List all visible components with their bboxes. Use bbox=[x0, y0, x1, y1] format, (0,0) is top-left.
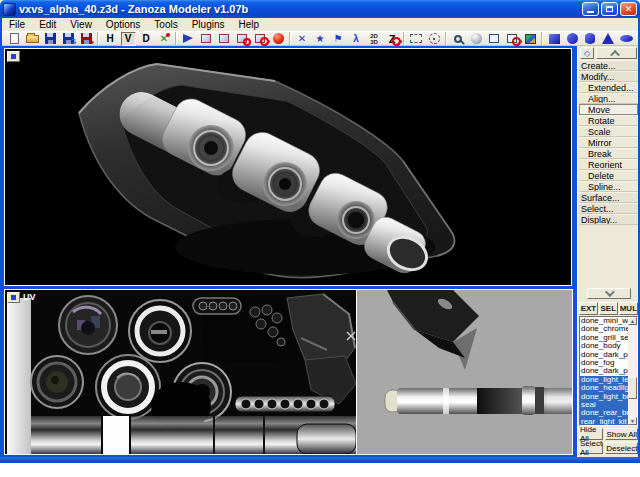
minimize-button[interactable] bbox=[582, 2, 599, 16]
command-rotate[interactable]: Rotate bbox=[579, 115, 638, 126]
command-align[interactable]: Align... bbox=[579, 93, 638, 104]
primitive-cone-icon[interactable] bbox=[599, 31, 617, 46]
maximize-icon bbox=[606, 6, 613, 12]
list-scrollbar[interactable]: ▲ ▼ bbox=[628, 317, 637, 425]
select-faces-icon[interactable]: ⚑ bbox=[329, 31, 347, 46]
select-edges-icon[interactable]: ★ bbox=[311, 31, 329, 46]
command-surface[interactable]: Surface... bbox=[579, 192, 638, 203]
cube-disabled-icon[interactable] bbox=[251, 31, 269, 46]
menu-options[interactable]: Options bbox=[99, 18, 147, 31]
primitive-cylinder-icon[interactable] bbox=[581, 31, 599, 46]
part-render-3d bbox=[357, 290, 572, 454]
mode-2d3d-icon[interactable]: 2D 3D bbox=[365, 31, 383, 46]
menu-view[interactable]: View bbox=[63, 18, 99, 31]
uv-viewport-menu-button[interactable] bbox=[7, 292, 20, 303]
command-delete[interactable]: Delete bbox=[579, 170, 638, 181]
gray-3d-viewport[interactable] bbox=[357, 289, 573, 455]
command-display[interactable]: Display... bbox=[579, 214, 638, 225]
window-title: vxvs_alpha_40.z3d - Zanoza Modeler v1.07… bbox=[19, 3, 582, 15]
command-move[interactable]: Move bbox=[579, 104, 638, 115]
command-select[interactable]: Select... bbox=[579, 203, 638, 214]
command-extended[interactable]: Extended... bbox=[579, 82, 638, 93]
title-bar[interactable]: vxvs_alpha_40.z3d - Zanoza Modeler v1.07… bbox=[0, 0, 640, 18]
open-folder-icon[interactable] bbox=[23, 31, 41, 46]
collapse-down-button[interactable] bbox=[587, 288, 631, 299]
world-axes-cube-icon[interactable] bbox=[215, 31, 233, 46]
menu-file[interactable]: File bbox=[2, 18, 32, 31]
command-create[interactable]: Create... bbox=[579, 60, 638, 71]
command-modify[interactable]: Modify... bbox=[579, 71, 638, 82]
panel-mode-button[interactable]: ◇ bbox=[580, 47, 594, 59]
uv-viewport-menu-icon bbox=[11, 295, 16, 300]
toolbar-separator bbox=[289, 32, 291, 45]
close-icon: ✕ bbox=[625, 5, 633, 14]
viewport-menu-icon bbox=[11, 54, 16, 59]
export-file-icon[interactable]: ↳ bbox=[77, 31, 95, 46]
shaded-sphere-icon[interactable] bbox=[467, 31, 485, 46]
ext-filter-button[interactable]: EXT bbox=[579, 302, 598, 315]
panel-gap bbox=[579, 225, 638, 287]
toolbar-v-button[interactable]: V bbox=[119, 31, 137, 46]
mul-filter-button[interactable]: MUL bbox=[619, 302, 638, 315]
command-mirror[interactable]: Mirror bbox=[579, 137, 638, 148]
toolbar-separator bbox=[403, 32, 405, 45]
viewport-area: UV bbox=[2, 46, 577, 457]
show-all-button[interactable]: Show All bbox=[605, 428, 638, 440]
primitive-box-icon[interactable] bbox=[545, 31, 563, 46]
command-reorient[interactable]: Reorient bbox=[579, 159, 638, 170]
primitive-sphere-icon[interactable] bbox=[563, 31, 581, 46]
scroll-down-icon[interactable]: ▼ bbox=[628, 417, 637, 425]
toolbar-separator bbox=[175, 32, 177, 45]
maximize-button[interactable] bbox=[601, 2, 618, 16]
uv-mapper-viewport[interactable]: UV bbox=[4, 289, 357, 455]
uv-viewport-label: UV bbox=[23, 292, 36, 302]
window-border-bottom bbox=[0, 457, 640, 463]
app-icon bbox=[3, 3, 16, 16]
chevron-up-icon bbox=[610, 49, 620, 59]
toolbar-separator bbox=[97, 32, 99, 45]
no-texture-cube-icon[interactable] bbox=[503, 31, 521, 46]
uv-texture-render bbox=[5, 290, 356, 454]
perspective-viewport[interactable] bbox=[4, 48, 572, 286]
zoom-icon[interactable] bbox=[449, 31, 467, 46]
select-vertices-icon[interactable]: ✕ bbox=[293, 31, 311, 46]
wireframe-cube-icon[interactable] bbox=[485, 31, 503, 46]
axes-gizmo-icon[interactable]: ✕ bbox=[155, 31, 173, 46]
diamond-icon: ◇ bbox=[584, 49, 590, 58]
scrollbar-thumb[interactable] bbox=[628, 377, 637, 399]
menu-help[interactable]: Help bbox=[232, 18, 267, 31]
sel-filter-button[interactable]: SEL bbox=[599, 302, 618, 315]
flag-select-icon[interactable] bbox=[179, 31, 197, 46]
toolbar-separator bbox=[541, 32, 543, 45]
new-document-icon[interactable] bbox=[5, 31, 23, 46]
toolbar-h-button[interactable]: H bbox=[101, 31, 119, 46]
close-button[interactable]: ✕ bbox=[620, 2, 637, 16]
textured-cube-icon[interactable] bbox=[521, 31, 539, 46]
menu-bar: File Edit View Options Tools Plugins Hel… bbox=[2, 18, 638, 31]
menu-edit[interactable]: Edit bbox=[32, 18, 63, 31]
cube-ring-icon[interactable] bbox=[233, 31, 251, 46]
menu-tools[interactable]: Tools bbox=[147, 18, 184, 31]
marquee-select-icon[interactable] bbox=[407, 31, 425, 46]
radial-select-icon[interactable] bbox=[425, 31, 443, 46]
command-spline[interactable]: Spline... bbox=[579, 181, 638, 192]
import-file-icon[interactable]: ↴ bbox=[59, 31, 77, 46]
main-toolbar: ↴ ↳ H V D ✕ ✕ ★ ⚑ λ 2D 3D Z bbox=[2, 31, 638, 46]
local-axes-cube-icon[interactable] bbox=[197, 31, 215, 46]
scroll-up-icon[interactable]: ▲ bbox=[628, 317, 637, 325]
collapse-up-button[interactable] bbox=[596, 47, 637, 59]
command-scale[interactable]: Scale bbox=[579, 126, 638, 137]
command-break[interactable]: Break bbox=[579, 148, 638, 159]
red-sphere-icon[interactable] bbox=[269, 31, 287, 46]
select-objects-icon[interactable]: λ bbox=[347, 31, 365, 46]
deselect-button[interactable]: Deselect bbox=[605, 442, 638, 454]
save-icon[interactable] bbox=[41, 31, 59, 46]
z-disabled-icon[interactable]: Z bbox=[383, 31, 401, 46]
toolbar-d-button[interactable]: D bbox=[137, 31, 155, 46]
select-all-button[interactable]: Select All bbox=[579, 442, 603, 454]
viewport-menu-button[interactable] bbox=[7, 51, 20, 62]
primitive-ellipsoid-icon[interactable] bbox=[617, 31, 635, 46]
objects-list[interactable]: done_mini_windo done_chrome done_grill_s… bbox=[579, 316, 638, 426]
command-panel: ◇ Create... Modify... Extended... Align.… bbox=[579, 46, 638, 457]
menu-plugins[interactable]: Plugins bbox=[185, 18, 232, 31]
